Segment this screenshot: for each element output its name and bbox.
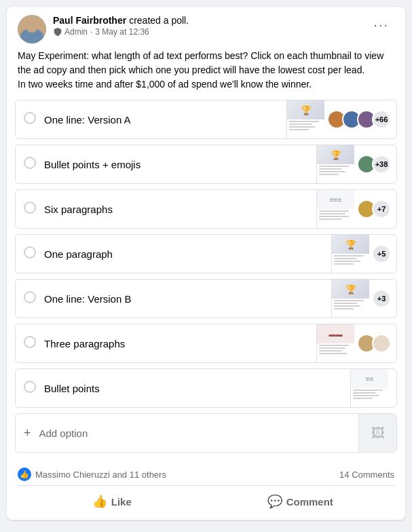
option-thumb-1[interactable]: 🏆: [286, 100, 324, 138]
image-placeholder-icon: 🖼: [371, 425, 385, 441]
radio-5[interactable]: [16, 291, 44, 306]
radio-4[interactable]: [16, 246, 44, 261]
shield-icon: [53, 27, 62, 37]
option-label-6: Three paragraphs: [44, 332, 316, 355]
post-footer: 👍 Massimo Chieruzzi and 11 others 14 Com…: [7, 458, 405, 520]
reactor-names[interactable]: Massimo Chieruzzi and 11 others: [35, 470, 166, 480]
author-action: created a poll.: [129, 15, 189, 26]
voter-count-1: +66: [372, 110, 391, 129]
voter-count-3: +7: [372, 200, 391, 218]
radio-2[interactable]: [16, 157, 44, 172]
action-row: 👍 Like 💬 Comment: [18, 486, 394, 514]
voter-count-2: +38: [372, 155, 391, 174]
radio-1[interactable]: [16, 112, 44, 127]
voters-2: +38: [354, 155, 396, 174]
radio-6[interactable]: [16, 336, 44, 351]
option-thumb-6[interactable]: ▬▬: [316, 324, 354, 362]
voter-count-5: +3: [372, 289, 391, 308]
post-header-left: Paul Fairbrother created a poll. Admin ·…: [18, 15, 189, 43]
option-thumb-5[interactable]: 🏆: [331, 280, 369, 318]
more-options-button[interactable]: ···: [368, 15, 394, 34]
comment-count[interactable]: 14 Comments: [339, 470, 394, 480]
like-reaction-icon: 👍: [18, 468, 31, 481]
poll-option-5[interactable]: One line: Version B 🏆 +3: [15, 279, 397, 318]
like-icon: 👍: [92, 494, 107, 509]
poll-option-2[interactable]: Bullet points + emojis 🏆 +38: [15, 145, 397, 184]
add-option-label: Add option: [39, 428, 358, 439]
voter-avatar: [372, 334, 391, 353]
option-thumb-3[interactable]: ≡≡≡: [316, 190, 354, 228]
voters-3: +7: [354, 200, 396, 218]
poll-option-4[interactable]: One paragraph 🏆 +5: [15, 234, 397, 273]
voters-6: [354, 334, 396, 353]
voter-count-4: +5: [372, 244, 391, 263]
option-label-4: One paragraph: [44, 243, 331, 265]
option-label-5: One line: Version B: [44, 288, 331, 310]
option-thumb-7[interactable]: ≡≡: [350, 369, 388, 407]
radio-3[interactable]: [16, 202, 44, 216]
post-text: May Experiment: what length of ad text p…: [7, 49, 405, 100]
comment-button[interactable]: 💬 Comment: [206, 489, 395, 514]
like-button[interactable]: 👍 Like: [18, 489, 206, 514]
comment-label: Comment: [286, 496, 333, 508]
option-label-1: One line: Version A: [44, 109, 286, 131]
option-label-2: Bullet points + emojis: [44, 153, 316, 176]
admin-badge: Admin: [53, 27, 88, 37]
voters-4: +5: [369, 244, 396, 263]
author-role: Admin: [64, 27, 88, 37]
comment-icon: 💬: [267, 494, 282, 509]
option-thumb-4[interactable]: 🏆: [331, 235, 369, 273]
author-avatar: [18, 15, 46, 43]
poll-option-6[interactable]: Three paragraphs ▬▬: [15, 324, 397, 363]
option-label-3: Six paragraphs: [44, 198, 316, 221]
option-thumb-2[interactable]: 🏆: [316, 145, 354, 183]
author-info: Paul Fairbrother created a poll. Admin ·…: [53, 15, 189, 37]
voters-1: +66: [324, 110, 396, 129]
author-meta: Admin · 3 May at 12:36: [53, 27, 189, 37]
add-option-row[interactable]: + Add option 🖼: [15, 413, 397, 453]
post-header: Paul Fairbrother created a poll. Admin ·…: [7, 7, 405, 49]
author-name: Paul Fairbrother: [53, 15, 126, 26]
post-card: Paul Fairbrother created a poll. Admin ·…: [7, 7, 405, 520]
like-label: Like: [111, 496, 132, 508]
reactions-left: 👍 Massimo Chieruzzi and 11 others: [18, 468, 166, 481]
poll-option-1[interactable]: One line: Version A 🏆: [15, 100, 397, 139]
voters-5: +3: [369, 289, 396, 308]
plus-icon: +: [16, 426, 39, 440]
poll-container: One line: Version A 🏆: [7, 100, 405, 453]
reactions-row: 👍 Massimo Chieruzzi and 11 others 14 Com…: [18, 463, 394, 486]
radio-7[interactable]: [16, 381, 44, 396]
option-label-7: Bullet points: [44, 377, 350, 400]
post-timestamp: 3 May at 12:36: [95, 27, 149, 37]
dot-separator: ·: [90, 27, 92, 37]
add-option-thumb: 🖼: [358, 414, 396, 452]
poll-option-3[interactable]: Six paragraphs ≡≡≡ +7: [15, 189, 397, 229]
poll-option-7[interactable]: Bullet points ≡≡: [15, 368, 397, 408]
